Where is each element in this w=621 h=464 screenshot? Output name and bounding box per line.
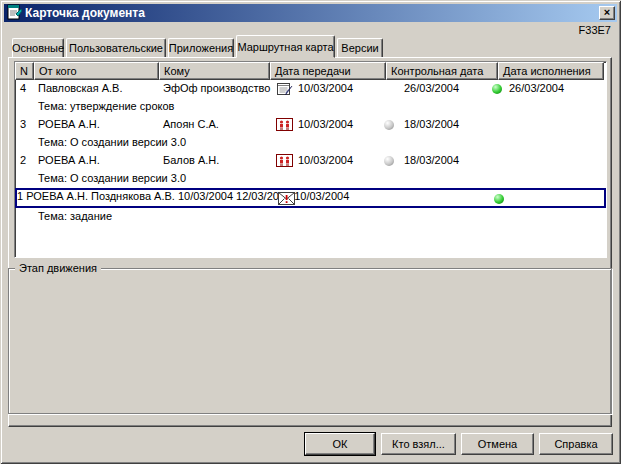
tab-osnovnye[interactable]: Основные — [12, 38, 64, 58]
table-row-theme[interactable]: Тема: О создании версии 3.0 — [15, 134, 606, 152]
table-row[interactable]: 4 Павловская А.В. ЭфОф производство 10/0… — [15, 80, 606, 98]
table-row-theme[interactable]: Тема: О создании версии 3.0 — [15, 170, 606, 188]
document-card-dialog: Карточка документа × F33E7 Основные Поль… — [0, 0, 621, 464]
help-button[interactable]: Справка — [539, 433, 613, 455]
meeting-icon — [276, 153, 293, 169]
column-header-from[interactable]: От кого — [34, 62, 159, 80]
column-header-n[interactable]: N — [15, 62, 34, 80]
status-green-icon — [492, 84, 502, 94]
stage-groupbox: Этап движения — [8, 268, 612, 414]
tab-marshrutnaya-karta[interactable]: Маршрутная карта — [236, 35, 335, 58]
route-table[interactable]: N От кого Кому Дата передачи Контрольная… — [14, 61, 607, 258]
table-row-theme[interactable]: Тема: задание — [15, 208, 606, 226]
tab-versii[interactable]: Версии — [337, 38, 383, 58]
ok-button[interactable]: ОК — [305, 433, 375, 455]
who-took-button[interactable]: Кто взял... — [381, 433, 456, 455]
column-header-control-date[interactable]: Контрольная дата — [386, 62, 498, 80]
column-header-to[interactable]: Кому — [159, 62, 270, 80]
table-row-selected[interactable]: 1 РОЕВА А.Н. Позднякова А.В. 10/03/2004 … — [15, 188, 606, 208]
notepad-icon — [276, 81, 293, 98]
column-header-exec-date[interactable]: Дата исполнения — [498, 62, 604, 80]
form-code: F33E7 — [579, 24, 611, 36]
column-header-transfer-date[interactable]: Дата передачи — [270, 62, 386, 80]
status-gray-icon — [384, 120, 394, 130]
table-row[interactable]: 3 РОЕВА А.Н. Апоян С.А. 10/03/2004 18/03… — [15, 116, 606, 134]
table-row-theme[interactable]: Тема: утверждение сроков — [15, 98, 606, 116]
tab-prilozheniya[interactable]: Приложения — [168, 38, 234, 58]
envelope-icon — [278, 192, 295, 207]
status-green-icon — [494, 194, 504, 204]
cancel-button[interactable]: Отмена — [461, 433, 534, 455]
table-row[interactable]: 2 РОЕВА А.Н. Балов А.Н. 10/03/2004 18/03… — [15, 152, 606, 170]
titlebar: Карточка документа × — [4, 4, 617, 22]
window-title: Карточка документа — [25, 6, 596, 20]
meeting-icon — [276, 117, 293, 133]
status-gray-icon — [384, 156, 394, 166]
stage-group-label: Этап движения — [15, 262, 101, 274]
document-icon — [6, 4, 22, 22]
tab-polzovatelskie[interactable]: Пользовательские — [66, 38, 166, 58]
close-icon[interactable]: × — [599, 6, 615, 20]
table-header: N От кого Кому Дата передачи Контрольная… — [15, 62, 606, 80]
